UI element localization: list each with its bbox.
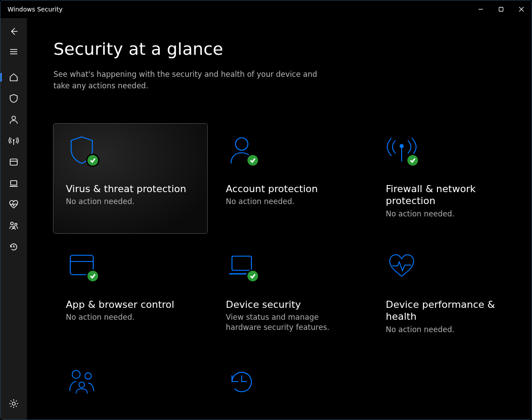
sidebar-item-device-performance[interactable] [0, 194, 27, 215]
heart-icon [8, 200, 19, 209]
maximize-icon [498, 7, 504, 12]
card-title: Account protection [226, 183, 355, 195]
card-title: Device performance & health [386, 299, 515, 323]
status-ok-badge [86, 154, 99, 167]
svg-point-15 [15, 223, 17, 226]
svg-rect-23 [232, 256, 251, 270]
card-sub: No action needed. [66, 197, 195, 207]
card-app-browser[interactable]: App & browser control No action needed. [53, 239, 207, 349]
maximize-button[interactable] [491, 0, 511, 18]
check-icon [89, 157, 96, 164]
sidebar-item-virus[interactable] [0, 88, 27, 109]
window-icon [9, 157, 19, 167]
card-sub: No action needed. [386, 325, 515, 335]
card-title: Virus & threat protection [66, 183, 195, 195]
svg-point-18 [236, 138, 248, 150]
sidebar-item-app-browser[interactable] [0, 151, 27, 173]
svg-point-14 [11, 222, 13, 225]
check-icon [409, 157, 416, 164]
status-ok-badge [406, 154, 419, 167]
svg-point-7 [12, 116, 15, 120]
card-icon-wrap [66, 134, 195, 170]
svg-point-26 [85, 373, 91, 379]
svg-point-25 [72, 370, 80, 378]
person-icon [9, 115, 19, 125]
back-arrow-icon [9, 27, 18, 36]
cards-grid: Virus & threat protection No action need… [53, 124, 510, 420]
check-icon [89, 272, 96, 280]
svg-point-27 [79, 382, 85, 388]
svg-point-16 [13, 226, 15, 228]
page-subtitle: See what's happening with the security a… [53, 68, 327, 92]
card-family[interactable] [53, 355, 207, 420]
card-sub: No action needed. [386, 209, 515, 219]
gear-icon [9, 399, 19, 409]
card-icon-wrap [226, 134, 355, 170]
sidebar-item-history[interactable] [0, 236, 27, 257]
card-account-protection[interactable]: Account protection No action needed. [213, 124, 367, 233]
sidebar-item-firewall[interactable] [0, 130, 27, 151]
family-icon [8, 221, 19, 231]
back-button[interactable] [0, 22, 27, 41]
card-device-security[interactable]: Device security View status and manage h… [213, 239, 367, 349]
svg-rect-12 [11, 181, 17, 185]
svg-rect-1 [499, 8, 503, 11]
close-icon [519, 7, 524, 12]
card-sub: View status and manage hardware security… [226, 312, 355, 333]
card-title: App & browser control [66, 299, 195, 311]
home-icon [9, 72, 19, 82]
hamburger-icon [9, 47, 18, 56]
status-ok-badge [86, 269, 99, 283]
sidebar-item-device-security[interactable] [0, 173, 27, 194]
card-icon-wrap [386, 250, 515, 285]
broadcast-icon [8, 136, 19, 146]
minimize-icon [478, 7, 483, 12]
settings-button[interactable] [0, 393, 27, 414]
titlebar: Windows Security [0, 0, 532, 18]
laptop-icon [9, 178, 19, 188]
card-icon-wrap [66, 250, 195, 285]
sidebar-item-home[interactable] [0, 67, 27, 88]
sidebar-item-family[interactable] [0, 215, 27, 236]
history-icon [9, 242, 19, 252]
history-icon [226, 366, 258, 397]
family-icon [66, 366, 98, 397]
close-button[interactable] [511, 0, 532, 18]
status-ok-badge [246, 154, 259, 167]
card-sub: No action needed. [226, 197, 355, 207]
svg-point-17 [12, 402, 15, 405]
card-virus-threat[interactable]: Virus & threat protection No action need… [53, 124, 207, 233]
svg-point-19 [399, 144, 403, 148]
check-icon [249, 157, 256, 164]
window-buttons [471, 0, 532, 18]
body: Security at a glance See what's happenin… [0, 18, 532, 420]
card-protection-history[interactable] [213, 355, 367, 420]
card-device-performance[interactable]: Device performance & health No action ne… [373, 239, 527, 349]
content[interactable]: Security at a glance See what's happenin… [27, 18, 532, 420]
status-ok-badge [246, 269, 259, 283]
card-icon-wrap [66, 366, 195, 401]
sidebar-item-account[interactable] [0, 109, 27, 130]
card-icon-wrap [226, 250, 355, 285]
window: Windows Security [0, 0, 532, 420]
card-firewall[interactable]: Firewall & network protection No action … [373, 124, 527, 233]
window-title: Windows Security [8, 6, 62, 13]
sidebar [0, 18, 27, 420]
shield-icon [9, 94, 19, 103]
card-title: Device security [226, 299, 355, 311]
card-icon-wrap [226, 366, 355, 401]
menu-button[interactable] [0, 41, 27, 62]
check-icon [249, 272, 256, 280]
svg-rect-10 [10, 159, 17, 165]
card-icon-wrap [386, 134, 515, 170]
card-title: Firewall & network protection [386, 183, 515, 207]
page-title: Security at a glance [53, 39, 510, 59]
card-sub: No action needed. [66, 312, 195, 322]
minimize-button[interactable] [471, 0, 491, 18]
heart-icon [386, 250, 418, 282]
